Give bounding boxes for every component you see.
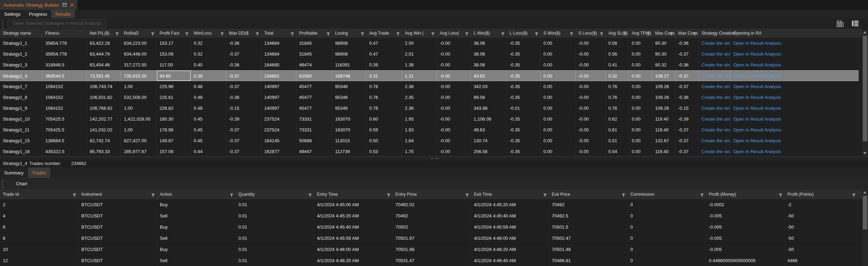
trades-vertical-scrollbar[interactable] [862, 189, 868, 266]
trades-cell[interactable]: BTCUSDT [79, 199, 157, 210]
table-row[interactable]: 2BTCUSDTBuy0.014/1/2024 4:45:00 AM70492.… [0, 199, 859, 210]
results-cell[interactable]: 234662 [261, 70, 296, 81]
filter-icon[interactable] [326, 31, 330, 37]
create-strategy-link[interactable]: Create the strategy [702, 116, 730, 122]
results-cell[interactable]: 2.00 [402, 38, 437, 49]
results-cell[interactable]: 141,032.02 [87, 124, 121, 135]
results-cell[interactable]: 90.32 [652, 59, 675, 70]
results-column-header[interactable]: Max DD($ [226, 29, 261, 38]
results-cell[interactable]: 140997 [261, 103, 296, 114]
results-cell[interactable]: 153.17 [157, 38, 191, 49]
results-cell[interactable]: 435322.5 [43, 146, 87, 156]
results-cell[interactable]: 132.67 [652, 135, 675, 146]
table-row[interactable]: 12BTCUSDTSell0.014/1/2024 4:46:20 AM7053… [0, 255, 859, 266]
results-cell[interactable]: 0.00 [541, 81, 576, 92]
results-cell[interactable]: Create the strategy [699, 38, 730, 49]
results-cell[interactable]: 226.82 [157, 103, 191, 114]
results-cell[interactable]: -0.35 [507, 38, 541, 49]
results-cell[interactable]: -0.00 [576, 103, 606, 114]
filter-icon[interactable] [570, 31, 573, 37]
results-cell[interactable]: 45477 [296, 81, 332, 92]
results-cell[interactable]: 0.76 [366, 92, 402, 103]
results-cell[interactable]: 117.00 [157, 59, 191, 70]
filter-icon[interactable] [185, 31, 189, 37]
filter-icon[interactable] [622, 192, 625, 199]
results-cell[interactable]: -0.00 [576, 70, 606, 81]
trades-cell[interactable]: 70492.5 [549, 210, 628, 222]
trades-cell[interactable]: -0.005 [706, 222, 785, 233]
results-cell[interactable]: 109.26 [652, 81, 675, 92]
results-cell[interactable]: Strategy1_3 [0, 59, 43, 70]
table-row[interactable]: 6BTCUSDTBuy0.014/1/2024 4:45:40 AM705024… [0, 222, 859, 233]
table-row[interactable]: Strategy1_15138684.582,742.74827,427.001… [0, 135, 859, 146]
trades-cell[interactable]: 4/1/2024 4:45:40 AM [314, 222, 393, 233]
trades-cell[interactable]: 70501.98 [393, 244, 471, 255]
row-layout-icon[interactable] [851, 19, 860, 28]
results-column-header[interactable]: Net P/L($) [87, 29, 121, 38]
results-cell[interactable]: 164145 [261, 135, 296, 146]
results-cell[interactable]: 1.00 [121, 124, 157, 135]
table-row[interactable]: Strategy1_81064152106,501.62532,508.0022… [0, 92, 859, 103]
results-cell[interactable]: 0.56 [606, 49, 629, 59]
results-cell[interactable]: -0.35 [507, 92, 541, 103]
results-column-header[interactable]: Strategy name [0, 29, 43, 38]
results-cell[interactable]: Open in Result Analysis [730, 124, 859, 135]
results-cell[interactable]: 106,743.74 [87, 81, 121, 92]
trades-cell[interactable]: 0.01 [236, 222, 314, 233]
trades-cell[interactable]: 0.01 [236, 199, 314, 210]
results-cell[interactable]: -0.35 [507, 124, 541, 135]
scroll-up-arrow[interactable] [863, 191, 867, 194]
trades-cell[interactable]: 4/1/2024 4:46:00 AM [471, 233, 549, 244]
results-cell[interactable]: 0.00 [541, 92, 576, 103]
results-cell[interactable]: 98908 [332, 38, 366, 49]
results-cell[interactable]: 0.00 [541, 59, 576, 70]
results-column-header[interactable]: L Loss($) [507, 29, 541, 38]
filter-icon[interactable] [431, 31, 435, 37]
results-cell[interactable]: -0.00 [576, 135, 606, 146]
results-column-header[interactable]: Win/Loss [191, 29, 226, 38]
results-cell[interactable]: 0.00 [629, 81, 652, 92]
results-cell[interactable]: 82,742.74 [87, 135, 121, 146]
results-cell[interactable]: Open in Result Analysis [730, 114, 859, 124]
filter-icon[interactable] [646, 31, 650, 37]
filter-icon[interactable] [361, 31, 364, 37]
results-cell[interactable]: 95346 [332, 103, 366, 114]
open-in-result-analysis-link[interactable]: Open in Result Analysis [733, 149, 781, 154]
results-cell[interactable]: 1.95 [402, 114, 437, 124]
results-cell[interactable]: 0.40 [191, 59, 226, 70]
results-cell[interactable]: -0.00 [576, 59, 606, 70]
trades-column-header[interactable]: Action [157, 189, 236, 199]
results-cell[interactable]: -0.36 [226, 92, 261, 103]
filter-icon[interactable] [600, 31, 603, 37]
results-cell[interactable]: 318948.5 [43, 59, 87, 70]
results-column-header[interactable]: Max Cons [675, 29, 699, 38]
results-cell[interactable]: 0.76 [366, 103, 402, 114]
results-cell[interactable]: -0.00 [437, 135, 471, 146]
trades-cell[interactable]: 0.01 [236, 210, 314, 222]
results-cell[interactable]: 0.00 [541, 49, 576, 59]
results-cell[interactable]: -0.00 [437, 114, 471, 124]
results-cell[interactable]: -0.00 [576, 124, 606, 135]
results-cell[interactable]: -0.37 [675, 146, 699, 156]
results-cell[interactable]: -0.37 [226, 146, 261, 156]
results-cell[interactable]: 0.47 [366, 49, 402, 59]
results-cell[interactable]: 0.31 [366, 70, 402, 81]
results-column-header[interactable]: Losing [332, 29, 366, 38]
pane-splitter[interactable] [0, 156, 868, 160]
results-cell[interactable]: -0.01 [507, 103, 541, 114]
results-cell[interactable]: 140997 [261, 92, 296, 103]
create-strategy-link[interactable]: Create the strategy [702, 84, 730, 89]
results-column-header[interactable]: Total [261, 29, 296, 38]
results-cell[interactable]: -0.00 [437, 81, 471, 92]
trades-cell[interactable]: 4/1/2024 4:45:59 AM [471, 222, 549, 233]
results-cell[interactable]: 0.00 [629, 103, 652, 114]
results-cell[interactable]: -0.35 [507, 81, 541, 92]
results-cell[interactable]: 2.01 [402, 49, 437, 59]
results-cell[interactable]: 109.26 [652, 92, 675, 103]
results-column-header[interactable]: Strategy Creation [699, 29, 730, 38]
results-column-header[interactable]: L Win($) [471, 29, 507, 38]
results-cell[interactable]: 45477 [296, 103, 332, 114]
results-cell[interactable]: Strategy1_9 [0, 103, 43, 114]
results-cell[interactable]: 0.00 [541, 103, 576, 114]
trades-cell[interactable]: -50 [785, 222, 858, 233]
